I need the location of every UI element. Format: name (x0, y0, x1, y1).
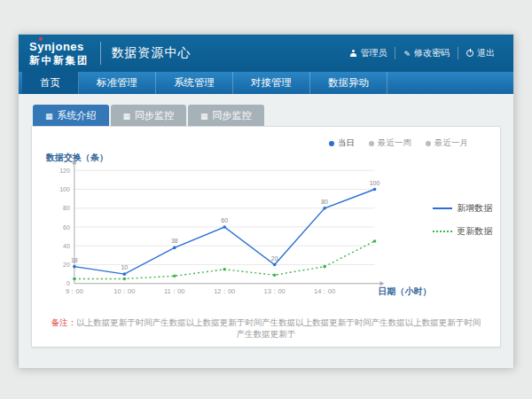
tab-sync-monitor-1[interactable]: 同步监控 (111, 105, 187, 126)
footnote-text: 以上数据更新于时间产生数据以上数据更新于时间产生数据以上数据更新于时间产生数据以… (76, 317, 481, 339)
admin-user-label: 管理员 (360, 47, 387, 59)
filter-today[interactable]: 当日 (329, 137, 355, 149)
tab-label: 同步监控 (135, 109, 174, 122)
filter-label: 最近一周 (378, 137, 411, 149)
footnote-prefix: 备注： (51, 317, 77, 327)
logout-button[interactable]: 退出 (458, 47, 503, 59)
legend-dot (329, 141, 334, 146)
admin-user-button[interactable]: 管理员 (341, 47, 395, 59)
svg-text:60: 60 (63, 224, 70, 231)
nav-item-standard-mgmt[interactable]: 标准管理 (79, 72, 156, 94)
tab-label: 系统介绍 (58, 109, 97, 122)
app-title: 数据资源中心 (112, 45, 192, 61)
svg-text:9：00: 9：00 (66, 287, 83, 295)
header: Synjones 新中新集团 数据资源中心 管理员 修改密码 退出 (19, 35, 513, 72)
series-legend: 新增数据 更新数据 (433, 202, 500, 238)
nav-item-connect-mgmt[interactable]: 对接管理 (233, 72, 310, 94)
svg-text:60: 60 (221, 217, 228, 223)
svg-text:数据交换（条）: 数据交换（条） (45, 153, 108, 162)
svg-text:100: 100 (370, 180, 380, 186)
svg-text:20: 20 (271, 255, 278, 262)
svg-text:120: 120 (59, 168, 70, 174)
svg-text:日期（小时）: 日期（小时） (379, 286, 432, 296)
svg-text:80: 80 (321, 199, 328, 205)
grid-icon (123, 110, 131, 121)
user-icon (349, 50, 356, 57)
svg-text:0: 0 (66, 280, 70, 286)
change-password-button[interactable]: 修改密码 (395, 47, 458, 59)
series-new-data: 新增数据 (433, 202, 500, 215)
filter-last-week[interactable]: 最近一周 (369, 137, 411, 149)
legend-dot (426, 141, 431, 146)
logo-subtext: 新中新集团 (29, 55, 90, 66)
svg-text:10: 10 (121, 264, 128, 270)
nav-item-system-mgmt[interactable]: 系统管理 (156, 72, 233, 94)
series-updated-data: 更新数据 (433, 225, 500, 238)
svg-text:10：00: 10：00 (113, 287, 135, 295)
change-password-label: 修改密码 (414, 47, 450, 59)
series-label: 新增数据 (457, 202, 492, 215)
header-divider (100, 42, 101, 65)
tab-sync-monitor-2[interactable]: 同步监控 (188, 105, 264, 126)
nav-item-data-change[interactable]: 数据异动 (310, 72, 387, 94)
svg-text:100: 100 (59, 186, 70, 192)
line-chart: 数据交换（条）0204060801001209：0010：0011：0012：0… (44, 151, 433, 309)
chart-panel: 当日 最近一周 最近一月 数据交换（条）0204060801001209：001… (31, 126, 501, 348)
legend-dot (369, 141, 374, 146)
chart-area: 数据交换（条）0204060801001209：0010：0011：0012：0… (32, 149, 500, 309)
main-nav: 首页 标准管理 系统管理 对接管理 数据异动 (19, 72, 513, 94)
svg-text:20: 20 (63, 262, 70, 268)
logout-icon (466, 50, 473, 57)
svg-text:40: 40 (63, 243, 70, 249)
svg-text:38: 38 (171, 238, 178, 244)
nav-item-home[interactable]: 首页 (22, 72, 79, 94)
series-label: 更新数据 (457, 225, 492, 238)
svg-text:80: 80 (63, 205, 70, 211)
svg-text:11：00: 11：00 (164, 287, 185, 295)
edit-icon (403, 49, 411, 59)
dotted-line-sample (433, 231, 452, 232)
content-area: 系统介绍 同步监控 同步监控 当日 最近一周 (19, 94, 513, 368)
tab-label: 同步监控 (213, 109, 252, 122)
time-filter-legend: 当日 最近一周 最近一月 (32, 127, 500, 149)
header-actions: 管理员 修改密码 退出 (341, 47, 503, 59)
svg-text:13：00: 13：00 (264, 287, 286, 295)
grid-icon (45, 110, 53, 121)
filter-last-month[interactable]: 最近一月 (426, 137, 468, 149)
filter-label: 当日 (338, 137, 355, 149)
svg-text:18: 18 (71, 257, 78, 263)
footnote: 备注：以上数据更新于时间产生数据以上数据更新于时间产生数据以上数据更新于时间产生… (32, 317, 500, 340)
logo-text: Synjones (29, 41, 90, 53)
tab-bar: 系统介绍 同步监控 同步监控 (33, 105, 501, 126)
logo: Synjones 新中新集团 (29, 41, 90, 66)
svg-text:12：00: 12：00 (214, 287, 235, 295)
grid-icon (200, 110, 208, 121)
logout-label: 退出 (477, 47, 495, 59)
tab-system-intro[interactable]: 系统介绍 (33, 105, 109, 126)
app-window: Synjones 新中新集团 数据资源中心 管理员 修改密码 退出 首页 标准管… (18, 34, 514, 367)
svg-text:14：00: 14：00 (314, 287, 335, 295)
solid-line-sample (433, 207, 452, 209)
filter-label: 最近一月 (434, 137, 468, 149)
